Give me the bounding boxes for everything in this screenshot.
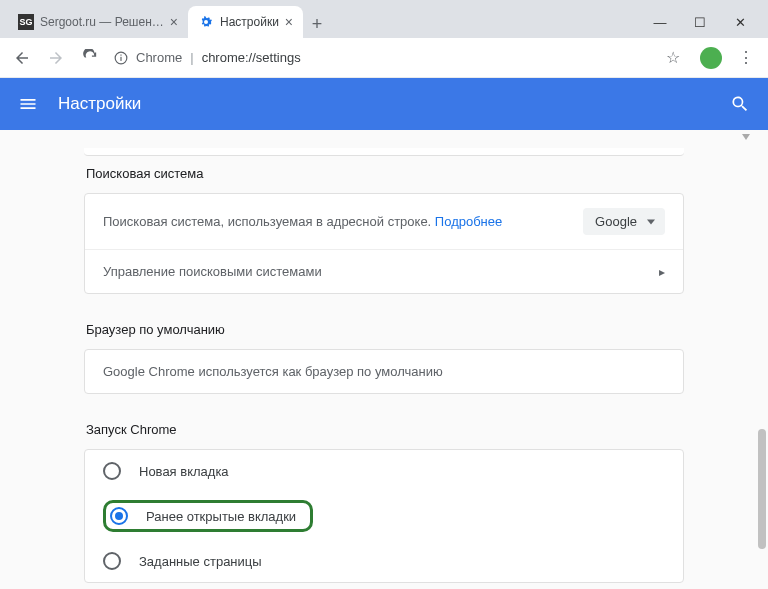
- manage-search-engines-row[interactable]: Управление поисковыми системами ▸: [85, 249, 683, 293]
- tab-title: Sergoot.ru — Решение ваших п...: [40, 15, 164, 29]
- chevron-right-icon: ▸: [659, 265, 665, 279]
- minimize-button[interactable]: —: [640, 8, 680, 36]
- search-icon[interactable]: [730, 94, 750, 114]
- radio-continue[interactable]: Ранее открытые вкладки: [85, 492, 683, 540]
- search-engine-row: Поисковая система, используемая в адресн…: [85, 194, 683, 249]
- section-default-browser: Браузер по умолчанию Google Chrome испол…: [84, 322, 684, 394]
- url-separator: |: [190, 50, 193, 65]
- new-tab-button[interactable]: +: [303, 10, 331, 38]
- settings-content: Поисковая система Поисковая система, исп…: [0, 130, 768, 589]
- radio-icon-checked: [110, 507, 128, 525]
- page-title: Настройки: [58, 94, 710, 114]
- radio-label: Новая вкладка: [139, 464, 229, 479]
- close-button[interactable]: ✕: [720, 8, 760, 36]
- default-browser-card: Google Chrome используется как браузер п…: [84, 349, 684, 394]
- row-label: Поисковая система, используемая в адресн…: [103, 214, 563, 229]
- window-controls: — ☐ ✕: [640, 0, 768, 36]
- menu-hamburger-icon[interactable]: [18, 94, 38, 114]
- settings-header: Настройки: [0, 78, 768, 130]
- section-title: Запуск Chrome: [84, 422, 684, 437]
- section-search-engine: Поисковая система Поисковая система, исп…: [84, 166, 684, 294]
- favicon-icon: SG: [18, 14, 34, 30]
- radio-specific-pages[interactable]: Заданные страницы: [85, 540, 683, 582]
- row-label: Google Chrome используется как браузер п…: [103, 364, 665, 379]
- section-title: Поисковая система: [84, 166, 684, 181]
- radio-icon: [103, 552, 121, 570]
- settings-favicon-icon: [198, 14, 214, 30]
- scroll-up-icon[interactable]: [742, 134, 750, 142]
- menu-button[interactable]: ⋮: [736, 48, 756, 67]
- svg-rect-2: [120, 54, 121, 55]
- browser-tab[interactable]: SG Sergoot.ru — Решение ваших п... ×: [8, 6, 188, 38]
- bookmark-star-icon[interactable]: ☆: [666, 48, 680, 67]
- radio-new-tab[interactable]: Новая вкладка: [85, 450, 683, 492]
- back-button[interactable]: [12, 48, 32, 68]
- radio-label: Ранее открытые вкладки: [146, 509, 296, 524]
- tab-title: Настройки: [220, 15, 279, 29]
- profile-avatar[interactable]: [700, 47, 722, 69]
- url-box[interactable]: Chrome | chrome://settings: [114, 50, 652, 65]
- tab-close-icon[interactable]: ×: [170, 14, 178, 30]
- browser-tab-active[interactable]: Настройки ×: [188, 6, 303, 38]
- radio-icon: [103, 462, 121, 480]
- svg-rect-1: [120, 56, 121, 60]
- tab-close-icon[interactable]: ×: [285, 14, 293, 30]
- row-label: Управление поисковыми системами: [103, 264, 649, 279]
- reload-button[interactable]: [80, 48, 100, 68]
- startup-radio-list: Новая вкладка Ранее открытые вкладки Зад…: [84, 449, 684, 583]
- info-icon: [114, 51, 128, 65]
- address-bar: Chrome | chrome://settings ☆ ⋮: [0, 38, 768, 78]
- learn-more-link[interactable]: Подробнее: [435, 214, 502, 229]
- forward-button[interactable]: [46, 48, 66, 68]
- search-engine-card: Поисковая система, используемая в адресн…: [84, 193, 684, 294]
- section-startup: Запуск Chrome Новая вкладка Ранее открыт…: [84, 422, 684, 583]
- maximize-button[interactable]: ☐: [680, 8, 720, 36]
- radio-label: Заданные страницы: [139, 554, 262, 569]
- highlight-box: Ранее открытые вкладки: [103, 500, 313, 532]
- url-path: chrome://settings: [202, 50, 301, 65]
- section-title: Браузер по умолчанию: [84, 322, 684, 337]
- scrollbar-thumb[interactable]: [758, 429, 766, 549]
- search-engine-select[interactable]: Google: [583, 208, 665, 235]
- url-prefix: Chrome: [136, 50, 182, 65]
- default-browser-row: Google Chrome используется как браузер п…: [85, 350, 683, 393]
